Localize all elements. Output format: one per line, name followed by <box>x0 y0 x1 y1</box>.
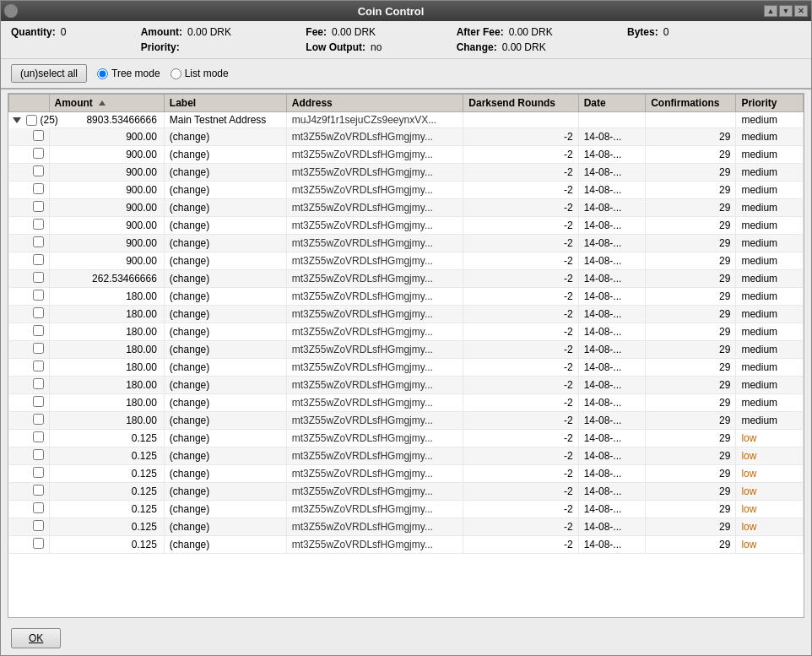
unselect-all-button[interactable]: (un)select all <box>11 64 87 83</box>
row-address: mt3Z55wZoVRDLsfHGmgjmy... <box>286 252 463 269</box>
table-row: 900.00 (change) mt3Z55wZoVRDLsfHGmgjmy..… <box>9 181 804 198</box>
row-checkbox[interactable] <box>33 272 44 283</box>
row-checkbox[interactable] <box>33 449 44 460</box>
row-address: mt3Z55wZoVRDLsfHGmgjmy... <box>286 482 463 500</box>
minimize-button[interactable]: ▲ <box>764 5 777 17</box>
table-row: 180.00 (change) mt3Z55wZoVRDLsfHGmgjmy..… <box>9 411 804 429</box>
table-row: 900.00 (change) mt3Z55wZoVRDLsfHGmgjmy..… <box>9 198 804 216</box>
row-darksend: -2 <box>463 181 578 198</box>
row-checkbox[interactable] <box>33 325 44 336</box>
row-checkbox[interactable] <box>33 343 44 354</box>
row-checkbox[interactable] <box>33 307 44 318</box>
row-check-cell <box>9 340 50 358</box>
row-confirmations: 29 <box>646 535 736 553</box>
list-mode-group: List mode <box>171 68 229 79</box>
row-darksend: -2 <box>463 447 578 464</box>
row-address: mt3Z55wZoVRDLsfHGmgjmy... <box>286 198 463 216</box>
sort-amount-icon <box>99 100 106 106</box>
row-checkbox[interactable] <box>33 538 44 549</box>
row-checkbox[interactable] <box>33 148 44 159</box>
maximize-button[interactable]: ▼ <box>779 5 793 17</box>
row-confirmations: 29 <box>646 269 736 287</box>
row-checkbox[interactable] <box>33 502 44 513</box>
row-amount: 900.00 <box>49 216 164 234</box>
row-checkbox[interactable] <box>33 378 44 389</box>
row-checkbox[interactable] <box>33 396 44 407</box>
row-checkbox[interactable] <box>33 219 44 230</box>
row-check-cell <box>9 128 50 146</box>
ok-button[interactable]: OK <box>11 628 61 648</box>
row-checkbox[interactable] <box>33 431 44 442</box>
row-date: 14-08-... <box>578 128 646 146</box>
th-darksend[interactable]: Darksend Rounds <box>463 95 578 112</box>
row-checkbox[interactable] <box>33 361 44 371</box>
row-checkbox[interactable] <box>33 236 44 247</box>
row-checkbox[interactable] <box>33 165 44 176</box>
parent-checkbox[interactable] <box>26 115 37 126</box>
row-darksend: -2 <box>463 358 578 376</box>
amount-group: Amount: 0.00 DRK <box>141 26 290 38</box>
row-checkbox[interactable] <box>33 183 44 194</box>
row-checkbox[interactable] <box>33 520 44 531</box>
row-darksend: -2 <box>463 305 578 323</box>
row-check-cell <box>9 252 50 269</box>
tree-expand-icon[interactable] <box>13 117 21 123</box>
th-date[interactable]: Date <box>578 95 646 112</box>
row-checkbox[interactable] <box>33 290 44 301</box>
row-date: 14-08-... <box>578 163 646 181</box>
table-row: 0.125 (change) mt3Z55wZoVRDLsfHGmgjmy...… <box>9 464 804 482</box>
row-address: mt3Z55wZoVRDLsfHGmgjmy... <box>286 411 463 429</box>
table-row: 0.125 (change) mt3Z55wZoVRDLsfHGmgjmy...… <box>9 518 804 535</box>
row-darksend: -2 <box>463 216 578 234</box>
list-mode-radio[interactable] <box>171 68 181 79</box>
toolbar: (un)select all Tree mode List mode <box>1 59 811 89</box>
tree-mode-radio[interactable] <box>97 68 108 79</box>
row-confirmations: 29 <box>646 163 736 181</box>
row-check-cell <box>9 500 50 518</box>
close-button[interactable]: ✕ <box>794 5 808 17</box>
th-check[interactable] <box>9 95 50 112</box>
coin-table-container[interactable]: Amount Label Address Darksend Rounds Dat… <box>8 93 804 618</box>
row-darksend: -2 <box>463 287 578 305</box>
row-check-cell <box>9 411 50 429</box>
th-confirmations[interactable]: Confirmations <box>646 95 736 112</box>
row-checkbox[interactable] <box>33 414 44 425</box>
table-row: 180.00 (change) mt3Z55wZoVRDLsfHGmgjmy..… <box>9 358 804 376</box>
row-address: mt3Z55wZoVRDLsfHGmgjmy... <box>286 340 463 358</box>
row-darksend: -2 <box>463 518 578 535</box>
row-label: (change) <box>164 198 286 216</box>
th-amount[interactable]: Amount <box>49 95 164 112</box>
row-date: 14-08-... <box>578 447 646 464</box>
tree-mode-label[interactable]: Tree mode <box>111 68 160 79</box>
row-date: 14-08-... <box>578 376 646 393</box>
row-amount: 900.00 <box>49 181 164 198</box>
row-priority: low <box>736 482 804 500</box>
row-checkbox[interactable] <box>33 130 44 141</box>
row-priority: medium <box>736 128 804 146</box>
row-priority: medium <box>736 376 804 393</box>
row-checkbox[interactable] <box>33 201 44 212</box>
table-row: 0.125 (change) mt3Z55wZoVRDLsfHGmgjmy...… <box>9 535 804 553</box>
table-row: 900.00 (change) mt3Z55wZoVRDLsfHGmgjmy..… <box>9 252 804 269</box>
row-checkbox[interactable] <box>33 485 44 496</box>
row-priority: medium <box>736 287 804 305</box>
row-checkbox[interactable] <box>33 467 44 478</box>
row-date: 14-08-... <box>578 216 646 234</box>
row-amount: 180.00 <box>49 305 164 323</box>
row-date: 14-08-... <box>578 234 646 252</box>
th-address[interactable]: Address <box>286 95 463 112</box>
after-fee-group: After Fee: 0.00 DRK <box>457 26 610 38</box>
row-label: (change) <box>164 393 286 411</box>
row-confirmations: 29 <box>646 305 736 323</box>
row-confirmations: 29 <box>646 234 736 252</box>
row-priority: medium <box>736 216 804 234</box>
th-label[interactable]: Label <box>164 95 286 112</box>
row-checkbox[interactable] <box>33 254 44 265</box>
footer-bar: OK <box>1 621 811 655</box>
row-amount: 180.00 <box>49 340 164 358</box>
th-priority[interactable]: Priority <box>736 95 804 112</box>
row-label: (change) <box>164 429 286 447</box>
row-label: (change) <box>164 234 286 252</box>
row-check-cell <box>9 429 50 447</box>
list-mode-label[interactable]: List mode <box>185 68 229 79</box>
